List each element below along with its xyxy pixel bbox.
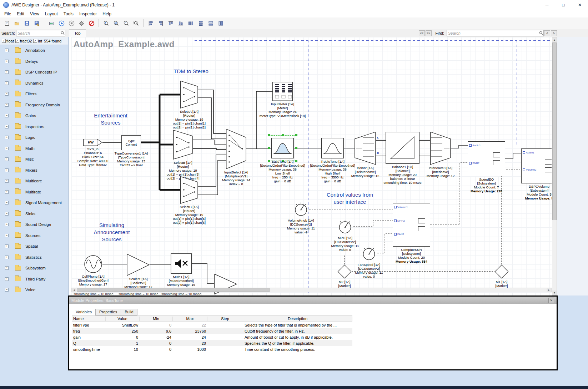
module-trebletone[interactable]: TrebleTone [1A][SecondOrderFilterSmoothe…	[321, 138, 344, 158]
minimize-button[interactable]: ─	[539, 0, 555, 10]
module-m2[interactable]: M2 [1A][Marker]	[337, 264, 352, 279]
target-hardware-button[interactable]	[47, 19, 56, 28]
expand-icon[interactable]: +	[5, 103, 9, 107]
expand-icon[interactable]: +	[5, 81, 9, 85]
sidebar-item-sources[interactable]: +Sources	[0, 230, 68, 241]
find-next-all-button[interactable]: >>	[426, 30, 432, 36]
sidebar-item-sound-design[interactable]: +Sound Design	[0, 219, 68, 230]
expand-icon[interactable]: +	[5, 223, 9, 226]
module-scaler1[interactable]: Scaler1 [1A][ScalerV2]Memory usage: 17	[127, 254, 150, 276]
sidebar-item-multirate[interactable]: +Multirate	[0, 187, 68, 198]
match-width-button[interactable]	[206, 19, 215, 28]
close-button[interactable]: ✕	[572, 0, 588, 10]
find-next-button[interactable]: >	[551, 30, 557, 36]
expand-icon[interactable]: +	[5, 201, 9, 204]
sidebar-item-misc[interactable]: +Misc	[0, 154, 68, 165]
halt-button[interactable]	[87, 19, 96, 28]
align-right-button[interactable]	[156, 19, 165, 28]
expand-icon[interactable]: +	[5, 179, 9, 183]
save-as-button[interactable]	[32, 19, 41, 28]
expand-icon[interactable]: +	[5, 234, 9, 237]
sidebar-item-voice[interactable]: +Voice	[0, 284, 68, 295]
expand-icon[interactable]: +	[5, 168, 9, 172]
properties-close-button[interactable]: ✕	[548, 298, 554, 303]
module-selectc[interactable]: SelectC [1A][Router]Memory usage: 19out[…	[180, 176, 198, 204]
module-basstone[interactable]: BassTone [1A][SecondOrderFilterSmoothed]…	[271, 138, 294, 158]
align-top-button[interactable]	[166, 19, 175, 28]
module-deint2[interactable]: Deint2 [1A][Deinterleave]Memory usage: 1…	[355, 132, 376, 165]
scroll-right-icon[interactable]: ►	[547, 288, 551, 292]
menu-edit[interactable]: Edit	[14, 11, 27, 17]
module-typeconversion1[interactable]: TypeConvert TypeConversion1 [1A][TypeCon…	[121, 135, 141, 150]
expand-icon[interactable]: +	[5, 125, 9, 128]
filter-float[interactable]: ✓float	[1, 39, 14, 43]
filter-fract32[interactable]: ✓fract32	[14, 39, 32, 43]
expand-icon[interactable]: +	[5, 70, 9, 74]
find-input[interactable]	[447, 31, 539, 35]
sidebar-item-signal-management[interactable]: +Signal Management	[0, 197, 68, 208]
find-prev-all-button[interactable]: <<	[419, 30, 425, 36]
expand-icon[interactable]: +	[5, 288, 9, 292]
module-selecta[interactable]: SelectA [1A][Router]Memory usage: 19out[…	[180, 81, 198, 108]
find-prev-button[interactable]: <	[544, 30, 550, 36]
module-computesnr[interactable]: Volume1MPH2FAN3 ComputeSNR[Subsystem]Mod…	[393, 203, 430, 247]
module-mute1[interactable]: Mute1 [1A][MuteSmoothed]Memory usage: 16	[171, 253, 192, 274]
sidebar-item-spatial[interactable]: +Spatial	[0, 241, 68, 252]
sidebar-item-frequency-domain[interactable]: +Frequency Domain	[0, 100, 68, 111]
expand-icon[interactable]: +	[5, 190, 9, 194]
sidebar-item-logic[interactable]: +Logic	[0, 132, 68, 143]
tab-build[interactable]: Build	[121, 309, 137, 315]
sidebar-item-filters[interactable]: +Filters	[0, 89, 68, 100]
module-dspcvolume[interactable]: Audio1Volume2 DSPCVolume[Subsystem]Modul…	[521, 148, 552, 183]
menu-layout[interactable]: Layout	[42, 11, 61, 17]
sidebar-item-gains[interactable]: +Gains	[0, 110, 68, 121]
properties-titlebar[interactable]: Module Properties: BassTone ✕	[69, 297, 557, 304]
sidebar-item-sinks[interactable]: +Sinks	[0, 208, 68, 219]
expand-icon[interactable]: +	[5, 49, 9, 52]
scrollbar-thumb[interactable]	[552, 42, 557, 220]
zoom-in-button[interactable]	[101, 19, 111, 28]
maximize-button[interactable]: □	[555, 0, 572, 10]
scroll-left-icon[interactable]: ◄	[72, 288, 76, 292]
sidebar-item-delays[interactable]: +Delays	[0, 56, 68, 67]
scroll-up-icon[interactable]: ▲	[552, 37, 557, 42]
sidebar-item-statistics[interactable]: +Statistics	[0, 252, 68, 263]
scrollbar-thumb[interactable]	[77, 288, 270, 292]
tab-properties[interactable]: Properties	[95, 309, 121, 315]
scroll-down-icon[interactable]: ▼	[552, 291, 557, 295]
variable-row-gain[interactable]: gain0-2424Amount of boost or cut to appl…	[72, 334, 352, 340]
zoom-out-button[interactable]	[121, 19, 131, 28]
run-button[interactable]	[57, 19, 66, 28]
save-button[interactable]	[22, 19, 31, 28]
config-button[interactable]	[77, 19, 86, 28]
module-balance1[interactable]: Balance1 [1A][Balance]Memory usage: 20ba…	[386, 132, 419, 164]
module-cellphone[interactable]: CellPhone [1A][SineSmoothedGen]Memory us…	[84, 255, 102, 273]
filter-int[interactable]: ✓int	[32, 39, 42, 43]
expand-icon[interactable]: +	[5, 266, 9, 270]
zoom-page-button[interactable]	[111, 19, 121, 28]
sidebar-item-subsystem[interactable]: +Subsystem	[0, 263, 68, 274]
distribute-horizontal-button[interactable]	[186, 19, 195, 28]
menu-file[interactable]: File	[1, 11, 14, 17]
sidebar-item-dsp-concepts-ip[interactable]: +DSP Concepts IP	[0, 67, 68, 78]
open-button[interactable]	[12, 19, 21, 28]
module-sysin[interactable]: HW SYS_inChannels: 6Block Size: 64Sample…	[83, 139, 102, 146]
variable-row-freq[interactable]: freq2509.623760Cutoff frequency of the f…	[72, 328, 352, 334]
expand-icon[interactable]: +	[5, 157, 9, 161]
distribute-vertical-button[interactable]	[196, 19, 205, 28]
module-speedeq[interactable]: Audio1SNR2 SpeedEQ[Subsystem]Module Coun…	[468, 141, 505, 176]
sidebar-item-multicore[interactable]: +Multicore	[0, 176, 68, 187]
stop-button[interactable]	[67, 19, 76, 28]
expand-icon[interactable]: +	[5, 92, 9, 96]
expand-icon[interactable]: +	[5, 256, 9, 259]
sidebar-item-inspectors[interactable]: +Inspectors	[0, 121, 68, 132]
sidebar-item-mixers[interactable]: +Mixers	[0, 165, 68, 176]
menu-view[interactable]: View	[27, 11, 42, 17]
expand-icon[interactable]: +	[5, 147, 9, 150]
tab-top[interactable]: Top	[69, 29, 86, 37]
module-mph[interactable]: MPH [1A][DCSourceV2]Memory usage: 11valu…	[337, 218, 353, 235]
search-input[interactable]	[16, 31, 60, 35]
zoom-region-button[interactable]	[131, 19, 141, 28]
expand-icon[interactable]: +	[5, 136, 9, 139]
design-canvas[interactable]: AutoAmp_Example.awd	[71, 37, 552, 295]
